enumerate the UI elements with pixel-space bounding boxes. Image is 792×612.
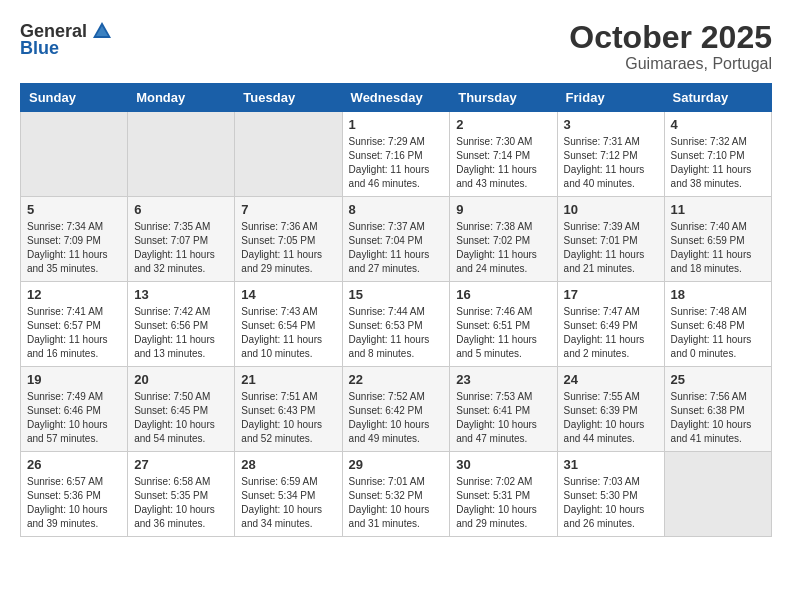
calendar-cell: 24Sunrise: 7:55 AM Sunset: 6:39 PM Dayli… <box>557 367 664 452</box>
day-info: Sunrise: 7:32 AM Sunset: 7:10 PM Dayligh… <box>671 135 765 191</box>
day-info: Sunrise: 6:57 AM Sunset: 5:36 PM Dayligh… <box>27 475 121 531</box>
calendar-cell <box>235 112 342 197</box>
day-info: Sunrise: 7:56 AM Sunset: 6:38 PM Dayligh… <box>671 390 765 446</box>
calendar-cell: 16Sunrise: 7:46 AM Sunset: 6:51 PM Dayli… <box>450 282 557 367</box>
calendar-cell: 21Sunrise: 7:51 AM Sunset: 6:43 PM Dayli… <box>235 367 342 452</box>
day-number: 21 <box>241 372 335 387</box>
day-number: 18 <box>671 287 765 302</box>
day-number: 27 <box>134 457 228 472</box>
day-number: 26 <box>27 457 121 472</box>
day-info: Sunrise: 7:02 AM Sunset: 5:31 PM Dayligh… <box>456 475 550 531</box>
calendar-cell: 2Sunrise: 7:30 AM Sunset: 7:14 PM Daylig… <box>450 112 557 197</box>
day-number: 10 <box>564 202 658 217</box>
day-number: 11 <box>671 202 765 217</box>
day-info: Sunrise: 7:44 AM Sunset: 6:53 PM Dayligh… <box>349 305 444 361</box>
day-header-wednesday: Wednesday <box>342 84 450 112</box>
day-number: 25 <box>671 372 765 387</box>
day-info: Sunrise: 7:50 AM Sunset: 6:45 PM Dayligh… <box>134 390 228 446</box>
day-info: Sunrise: 7:52 AM Sunset: 6:42 PM Dayligh… <box>349 390 444 446</box>
day-info: Sunrise: 7:39 AM Sunset: 7:01 PM Dayligh… <box>564 220 658 276</box>
calendar-cell <box>664 452 771 537</box>
day-number: 28 <box>241 457 335 472</box>
day-info: Sunrise: 7:29 AM Sunset: 7:16 PM Dayligh… <box>349 135 444 191</box>
day-number: 17 <box>564 287 658 302</box>
day-number: 31 <box>564 457 658 472</box>
calendar-table: SundayMondayTuesdayWednesdayThursdayFrid… <box>20 83 772 537</box>
calendar-cell: 15Sunrise: 7:44 AM Sunset: 6:53 PM Dayli… <box>342 282 450 367</box>
day-number: 23 <box>456 372 550 387</box>
day-number: 22 <box>349 372 444 387</box>
day-number: 4 <box>671 117 765 132</box>
logo-icon <box>91 20 113 42</box>
day-info: Sunrise: 6:59 AM Sunset: 5:34 PM Dayligh… <box>241 475 335 531</box>
page-header: General Blue October 2025 Guimaraes, Por… <box>20 20 772 73</box>
day-header-thursday: Thursday <box>450 84 557 112</box>
calendar-cell: 20Sunrise: 7:50 AM Sunset: 6:45 PM Dayli… <box>128 367 235 452</box>
day-number: 24 <box>564 372 658 387</box>
day-number: 20 <box>134 372 228 387</box>
day-info: Sunrise: 7:40 AM Sunset: 6:59 PM Dayligh… <box>671 220 765 276</box>
calendar-cell: 8Sunrise: 7:37 AM Sunset: 7:04 PM Daylig… <box>342 197 450 282</box>
day-header-tuesday: Tuesday <box>235 84 342 112</box>
calendar-cell: 9Sunrise: 7:38 AM Sunset: 7:02 PM Daylig… <box>450 197 557 282</box>
day-info: Sunrise: 7:31 AM Sunset: 7:12 PM Dayligh… <box>564 135 658 191</box>
day-number: 29 <box>349 457 444 472</box>
calendar-cell: 27Sunrise: 6:58 AM Sunset: 5:35 PM Dayli… <box>128 452 235 537</box>
day-number: 8 <box>349 202 444 217</box>
day-info: Sunrise: 7:48 AM Sunset: 6:48 PM Dayligh… <box>671 305 765 361</box>
calendar-cell: 25Sunrise: 7:56 AM Sunset: 6:38 PM Dayli… <box>664 367 771 452</box>
calendar-cell <box>21 112 128 197</box>
day-info: Sunrise: 7:03 AM Sunset: 5:30 PM Dayligh… <box>564 475 658 531</box>
calendar-cell: 1Sunrise: 7:29 AM Sunset: 7:16 PM Daylig… <box>342 112 450 197</box>
calendar-cell: 6Sunrise: 7:35 AM Sunset: 7:07 PM Daylig… <box>128 197 235 282</box>
calendar-cell: 10Sunrise: 7:39 AM Sunset: 7:01 PM Dayli… <box>557 197 664 282</box>
day-number: 5 <box>27 202 121 217</box>
day-number: 2 <box>456 117 550 132</box>
calendar-cell: 13Sunrise: 7:42 AM Sunset: 6:56 PM Dayli… <box>128 282 235 367</box>
day-info: Sunrise: 7:38 AM Sunset: 7:02 PM Dayligh… <box>456 220 550 276</box>
day-number: 30 <box>456 457 550 472</box>
day-info: Sunrise: 7:51 AM Sunset: 6:43 PM Dayligh… <box>241 390 335 446</box>
day-info: Sunrise: 7:35 AM Sunset: 7:07 PM Dayligh… <box>134 220 228 276</box>
day-info: Sunrise: 7:49 AM Sunset: 6:46 PM Dayligh… <box>27 390 121 446</box>
calendar-cell: 7Sunrise: 7:36 AM Sunset: 7:05 PM Daylig… <box>235 197 342 282</box>
logo: General Blue <box>20 20 115 59</box>
day-info: Sunrise: 7:55 AM Sunset: 6:39 PM Dayligh… <box>564 390 658 446</box>
day-info: Sunrise: 7:36 AM Sunset: 7:05 PM Dayligh… <box>241 220 335 276</box>
calendar-cell: 30Sunrise: 7:02 AM Sunset: 5:31 PM Dayli… <box>450 452 557 537</box>
calendar-week-row: 1Sunrise: 7:29 AM Sunset: 7:16 PM Daylig… <box>21 112 772 197</box>
day-number: 19 <box>27 372 121 387</box>
day-number: 6 <box>134 202 228 217</box>
calendar-cell: 26Sunrise: 6:57 AM Sunset: 5:36 PM Dayli… <box>21 452 128 537</box>
calendar-week-row: 5Sunrise: 7:34 AM Sunset: 7:09 PM Daylig… <box>21 197 772 282</box>
logo-blue: Blue <box>20 38 59 59</box>
day-info: Sunrise: 7:53 AM Sunset: 6:41 PM Dayligh… <box>456 390 550 446</box>
calendar-header-row: SundayMondayTuesdayWednesdayThursdayFrid… <box>21 84 772 112</box>
day-header-sunday: Sunday <box>21 84 128 112</box>
day-info: Sunrise: 7:42 AM Sunset: 6:56 PM Dayligh… <box>134 305 228 361</box>
day-number: 7 <box>241 202 335 217</box>
day-number: 13 <box>134 287 228 302</box>
day-number: 15 <box>349 287 444 302</box>
calendar-cell: 31Sunrise: 7:03 AM Sunset: 5:30 PM Dayli… <box>557 452 664 537</box>
page-subtitle: Guimaraes, Portugal <box>569 55 772 73</box>
calendar-cell: 11Sunrise: 7:40 AM Sunset: 6:59 PM Dayli… <box>664 197 771 282</box>
day-info: Sunrise: 7:46 AM Sunset: 6:51 PM Dayligh… <box>456 305 550 361</box>
day-info: Sunrise: 7:47 AM Sunset: 6:49 PM Dayligh… <box>564 305 658 361</box>
calendar-week-row: 12Sunrise: 7:41 AM Sunset: 6:57 PM Dayli… <box>21 282 772 367</box>
day-header-saturday: Saturday <box>664 84 771 112</box>
day-info: Sunrise: 7:43 AM Sunset: 6:54 PM Dayligh… <box>241 305 335 361</box>
day-info: Sunrise: 7:01 AM Sunset: 5:32 PM Dayligh… <box>349 475 444 531</box>
calendar-cell: 12Sunrise: 7:41 AM Sunset: 6:57 PM Dayli… <box>21 282 128 367</box>
day-number: 16 <box>456 287 550 302</box>
day-info: Sunrise: 7:41 AM Sunset: 6:57 PM Dayligh… <box>27 305 121 361</box>
calendar-cell: 19Sunrise: 7:49 AM Sunset: 6:46 PM Dayli… <box>21 367 128 452</box>
calendar-cell: 23Sunrise: 7:53 AM Sunset: 6:41 PM Dayli… <box>450 367 557 452</box>
calendar-cell: 5Sunrise: 7:34 AM Sunset: 7:09 PM Daylig… <box>21 197 128 282</box>
day-info: Sunrise: 6:58 AM Sunset: 5:35 PM Dayligh… <box>134 475 228 531</box>
calendar-cell: 22Sunrise: 7:52 AM Sunset: 6:42 PM Dayli… <box>342 367 450 452</box>
day-header-monday: Monday <box>128 84 235 112</box>
day-header-friday: Friday <box>557 84 664 112</box>
calendar-cell: 29Sunrise: 7:01 AM Sunset: 5:32 PM Dayli… <box>342 452 450 537</box>
day-info: Sunrise: 7:34 AM Sunset: 7:09 PM Dayligh… <box>27 220 121 276</box>
